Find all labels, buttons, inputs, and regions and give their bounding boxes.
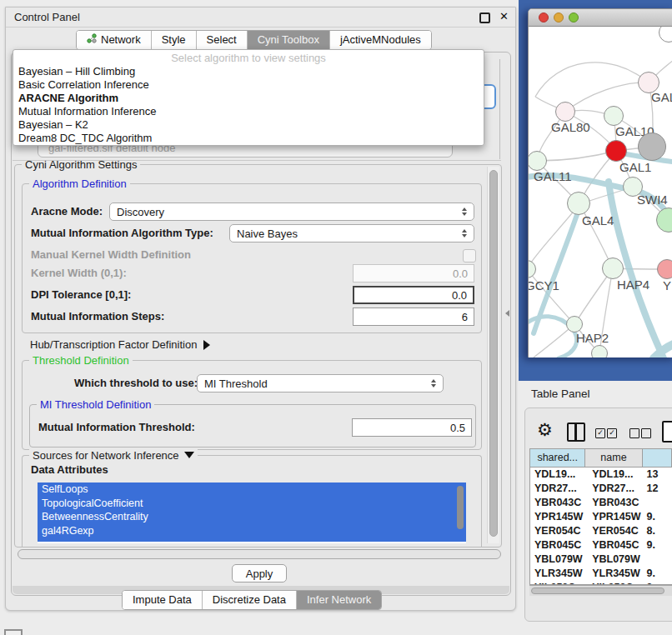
column-header-name[interactable]: name: [585, 449, 642, 467]
node-label-gal80: GAL80: [551, 120, 590, 134]
tab-discretize-data[interactable]: Discretize Data: [203, 591, 297, 609]
tab-select[interactable]: Select: [197, 31, 248, 49]
network-node-gal10[interactable]: [604, 106, 624, 126]
table-row[interactable]: YBR043CYBR043C: [530, 496, 672, 510]
table-cell: 9.: [642, 510, 672, 524]
table-row[interactable]: YLR345WYLR345W9.: [530, 567, 672, 581]
which-threshold-combo[interactable]: MI Threshold: [197, 374, 444, 392]
unchecked-box-icon[interactable]: [641, 428, 651, 438]
control-panel-window: Control Panel ✕ NetworkStyleSelectCyni T…: [5, 7, 516, 611]
network-node[interactable]: [591, 345, 608, 358]
settings-horizontal-scrollbar[interactable]: [18, 549, 501, 559]
table-row[interactable]: YBR045CYBR045C9.: [530, 538, 672, 552]
table-row[interactable]: YDR27...YDR27...12: [530, 482, 672, 496]
table-cell: YLR345W: [530, 567, 585, 581]
threshold-definition-title: Threshold Definition: [29, 354, 133, 367]
apply-button[interactable]: Apply: [232, 564, 287, 582]
gear-icon[interactable]: ⚙: [537, 420, 553, 440]
table-cell: YBR043C: [530, 496, 585, 510]
attribute-item-betweennesscentrality[interactable]: BetweennessCentrality: [38, 510, 466, 524]
tab-cyni-toolbox[interactable]: Cyni Toolbox: [248, 31, 330, 49]
algorithm-option-mutual-information-inference[interactable]: Mutual Information Inference: [13, 105, 484, 118]
close-light-icon[interactable]: [539, 12, 549, 22]
which-threshold-value: MI Threshold: [204, 378, 268, 390]
document-icon[interactable]: [662, 421, 672, 442]
mi-steps-field[interactable]: 6: [353, 308, 474, 326]
dropdown-placeholder: Select algorithm to view settings: [13, 50, 484, 65]
network-node-gal1[interactable]: [605, 140, 627, 162]
table-row[interactable]: YER054CYER054C8.: [530, 524, 672, 538]
attribute-item-gal4rgexp[interactable]: gal4RGexp: [38, 524, 466, 538]
network-node-y[interactable]: [657, 259, 672, 279]
table-row[interactable]: YPR145WYPR145W9.: [530, 510, 672, 524]
network-node-gal4[interactable]: [567, 192, 590, 215]
tab-label: Cyni Toolbox: [258, 31, 319, 49]
network-canvas[interactable]: GALGAL80GAL10GAL1GAL11SWI4GAL4GCY1HAP4YH…: [529, 27, 672, 358]
sources-group-title[interactable]: Sources for Network Inference: [29, 449, 198, 462]
column-header-3[interactable]: [643, 449, 672, 467]
attribute-item-topologicalcoefficient[interactable]: TopologicalCoefficient: [38, 497, 466, 511]
zoom-light-icon[interactable]: [569, 12, 579, 22]
collapsed-arrow-icon: [203, 340, 210, 350]
table-row[interactable]: YBL079WYBL079W: [530, 552, 672, 567]
table-scrollbar-thumb[interactable]: [531, 588, 664, 594]
panel-resize-arrow-icon[interactable]: [505, 310, 509, 317]
table-cell: 9.: [642, 567, 672, 581]
settings-scrollbar-thumb[interactable]: [489, 170, 498, 537]
hub-definition-toggle[interactable]: Hub/Transcription Factor Definition: [30, 338, 210, 351]
network-node[interactable]: [638, 132, 666, 161]
algorithm-option-basic-correlation-inference[interactable]: Basic Correlation Inference: [13, 78, 484, 92]
settings-vertical-scrollbar[interactable]: [487, 167, 499, 543]
attributes-scrollbar-thumb[interactable]: [457, 486, 464, 529]
algorithm-option-bayesian-hill-climbing[interactable]: Bayesian – Hill Climbing: [13, 65, 484, 78]
mi-threshold-definition-group: MI Threshold Definition Mutual Informati…: [29, 404, 476, 448]
node-label-gcy1: GCY1: [529, 278, 559, 292]
manual-kernel-label: Manual Kernel Width Definition: [31, 246, 191, 264]
table-cell: YDR27...: [530, 482, 585, 496]
panel-divider: [13, 160, 501, 161]
tab-label: Style: [162, 31, 186, 49]
table-cell: 13: [642, 468, 672, 482]
tab-network[interactable]: Network: [77, 31, 152, 49]
dpi-tolerance-field[interactable]: 0.0: [353, 286, 474, 304]
data-attributes-list: SelfLoopsTopologicalCoefficientBetweenne…: [38, 482, 466, 543]
table-cell: YBR045C: [585, 538, 642, 552]
sources-group: Sources for Network Inference Data Attri…: [22, 455, 482, 547]
table-cell: YPR145W: [530, 510, 585, 524]
close-icon[interactable]: ✕: [499, 10, 509, 22]
table-row[interactable]: YDL19...YDL19...13: [530, 468, 672, 482]
tab-style[interactable]: Style: [152, 31, 197, 49]
tab-impute-data[interactable]: Impute Data: [123, 591, 203, 609]
column-header-shared[interactable]: shared...: [530, 449, 585, 467]
table-cell: YDR27...: [585, 482, 642, 496]
mi-type-combo[interactable]: Naive Bayes: [229, 224, 474, 242]
unchecked-box-icon[interactable]: [629, 428, 639, 438]
network-node-gal80[interactable]: [555, 102, 575, 122]
aracne-mode-combo[interactable]: Discovery: [109, 202, 474, 221]
tab-label: jActiveMNodules: [340, 31, 421, 49]
algorithm-option-aracne-algorithm[interactable]: ARACNE Algorithm: [13, 92, 484, 105]
node-table: shared...name YDL19...YDL19...13YDR27...…: [529, 448, 672, 585]
algorithm-option-bayesian-k2[interactable]: Bayesian – K2: [13, 118, 484, 132]
network-icon: [87, 31, 97, 49]
mi-threshold-definition-title: MI Threshold Definition: [37, 398, 154, 411]
network-node-hap4[interactable]: [602, 258, 624, 279]
table-cell: YDL19...: [585, 468, 642, 482]
attribute-item-selfloops[interactable]: SelfLoops: [38, 482, 466, 497]
algorithm-option-dream8-dc-tdc-algorithm[interactable]: Dream8 DC_TDC Algorithm: [13, 132, 484, 145]
network-node-hap2[interactable]: [566, 316, 583, 332]
checked-box-icon[interactable]: ✓: [595, 428, 605, 438]
minimized-panel-icon[interactable]: [4, 629, 23, 635]
data-attributes-label: Data Attributes: [31, 461, 108, 479]
which-threshold-label: Which threshold to use:: [74, 374, 198, 392]
split-columns-icon[interactable]: [567, 422, 585, 442]
table-horizontal-scrollbar[interactable]: [529, 585, 672, 596]
manual-kernel-checkbox[interactable]: [463, 249, 476, 262]
float-window-icon[interactable]: [479, 12, 490, 23]
checked-box-icon[interactable]: ✓: [607, 428, 617, 438]
minimize-light-icon[interactable]: [554, 12, 564, 22]
mi-threshold-field[interactable]: 0.5: [352, 418, 472, 437]
tab-jactivemnodules[interactable]: jActiveMNodules: [330, 31, 431, 49]
table-cell: YDL19...: [530, 468, 585, 482]
tab-infer-network[interactable]: Infer Network: [297, 591, 381, 609]
